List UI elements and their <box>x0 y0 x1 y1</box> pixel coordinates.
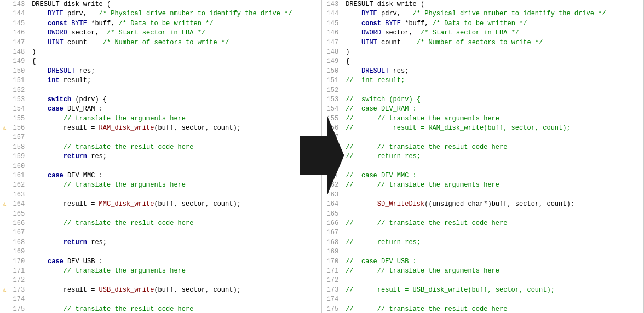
line-number: 171 <box>9 266 28 276</box>
gutter-cell <box>0 143 9 152</box>
code-cell <box>342 162 643 171</box>
table-row: ⚠164 result = MMC_disk_write(buff, secto… <box>0 200 321 209</box>
line-number: 158 <box>322 143 342 152</box>
code-cell: const BYTE *buff, /* Data to be written … <box>342 19 643 28</box>
code-cell <box>28 210 321 219</box>
line-number: 172 <box>322 276 342 285</box>
code-cell: // result = RAM_disk_write(buff, sector,… <box>342 124 643 133</box>
line-number: 147 <box>322 38 342 48</box>
code-cell: case DEV_RAM : <box>28 105 321 114</box>
line-number: 148 <box>322 48 342 57</box>
table-row: 157 <box>0 133 321 142</box>
code-cell: // result = USB_disk_write(buff, sector,… <box>342 286 643 295</box>
table-row: 163 <box>0 190 321 200</box>
line-number: 153 <box>322 95 342 105</box>
line-number: 144 <box>9 9 28 19</box>
code-cell: // case DEV_RAM : <box>342 105 643 114</box>
table-row: 161 case DEV_MMC : <box>0 171 321 181</box>
code-cell: UINT count /* Number of sectors to write… <box>342 38 643 48</box>
line-number: 150 <box>322 67 342 76</box>
line-number: 149 <box>322 57 342 66</box>
code-cell <box>342 247 643 257</box>
code-cell <box>28 133 321 142</box>
gutter-cell <box>0 105 9 114</box>
gutter-cell <box>0 114 9 124</box>
line-number: 145 <box>322 19 342 28</box>
code-cell: case DEV_USB : <box>28 257 321 266</box>
table-row: 173// result = USB_disk_write(buff, sect… <box>322 286 643 295</box>
line-number: 152 <box>322 86 342 95</box>
line-number: 143 <box>322 0 342 9</box>
line-number: 161 <box>322 171 342 181</box>
code-cell: // // translate the reslut code here <box>342 143 643 152</box>
line-number: 151 <box>322 76 342 85</box>
code-cell: { <box>342 57 643 66</box>
table-row: 152 <box>322 86 643 95</box>
gutter-cell <box>0 181 9 190</box>
code-cell <box>28 86 321 95</box>
line-number: 155 <box>322 114 342 124</box>
table-row: 159// return res; <box>322 152 643 161</box>
line-number: 174 <box>322 295 342 304</box>
line-number: 160 <box>9 162 28 171</box>
gutter-cell: ⚠ <box>0 286 9 295</box>
left-pane: 143DRESULT disk_write (144 BYTE pdrv, /*… <box>0 0 322 313</box>
warning-icon: ⚠ <box>3 201 7 207</box>
line-number: 145 <box>9 19 28 28</box>
gutter-cell <box>0 228 9 237</box>
line-number: 170 <box>9 257 28 266</box>
gutter-cell <box>0 266 9 276</box>
line-number: 154 <box>9 105 28 114</box>
table-row: 144 BYTE pdrv, /* Physical drive nmuber … <box>322 9 643 19</box>
table-row: 172 <box>322 276 643 285</box>
line-number: 173 <box>322 286 342 295</box>
gutter-cell <box>0 210 9 219</box>
gutter-cell <box>0 19 9 28</box>
code-cell: { <box>28 57 321 66</box>
code-cell <box>28 190 321 200</box>
code-cell: DWORD sector, /* Start sector in LBA */ <box>342 28 643 38</box>
code-cell: // translate the arguments here <box>28 114 321 124</box>
line-number: 163 <box>322 190 342 200</box>
line-number: 157 <box>9 133 28 142</box>
gutter-cell <box>0 219 9 228</box>
code-cell: // // translate the arguments here <box>342 114 643 124</box>
gutter-cell: ⚠ <box>0 200 9 209</box>
code-cell: // translate the arguments here <box>28 266 321 276</box>
gutter-cell <box>0 190 9 200</box>
table-row: 162 // translate the arguments here <box>0 181 321 190</box>
line-number: 160 <box>322 162 342 171</box>
line-number: 159 <box>9 152 28 161</box>
right-pane: 143DRESULT disk_write (144 BYTE pdrv, /*… <box>322 0 644 313</box>
line-number: 172 <box>9 276 28 285</box>
table-row: 145 const BYTE *buff, /* Data to be writ… <box>322 19 643 28</box>
gutter-cell <box>0 67 9 76</box>
gutter-cell <box>0 9 9 19</box>
table-row: 158 // translate the reslut code here <box>0 143 321 152</box>
code-cell <box>28 295 321 304</box>
table-row: 167 <box>322 228 643 237</box>
code-cell: UINT count /* Number of sectors to write… <box>28 38 321 48</box>
warning-icon: ⚠ <box>3 125 7 131</box>
code-cell: DRESULT disk_write ( <box>28 0 321 9</box>
code-cell <box>342 86 643 95</box>
table-row: 171 // translate the arguments here <box>0 266 321 276</box>
line-number: 147 <box>9 38 28 48</box>
table-row: 172 <box>0 276 321 285</box>
table-row: 158// // translate the reslut code here <box>322 143 643 152</box>
gutter-cell: ⚠ <box>0 124 9 133</box>
table-row: 166// // translate the reslut code here <box>322 219 643 228</box>
gutter-cell <box>0 162 9 171</box>
line-number: 167 <box>322 228 342 237</box>
line-number: 159 <box>322 152 342 161</box>
table-row: 170 case DEV_USB : <box>0 257 321 266</box>
code-cell <box>342 133 643 142</box>
code-cell <box>28 276 321 285</box>
gutter-cell <box>0 171 9 181</box>
table-row: 156// result = RAM_disk_write(buff, sect… <box>322 124 643 133</box>
code-cell: case DEV_MMC : <box>28 171 321 181</box>
code-cell <box>28 228 321 237</box>
code-cell: const BYTE *buff, /* Data to be written … <box>28 19 321 28</box>
table-row: 148) <box>322 48 643 57</box>
table-row: 155 // translate the arguments here <box>0 114 321 124</box>
